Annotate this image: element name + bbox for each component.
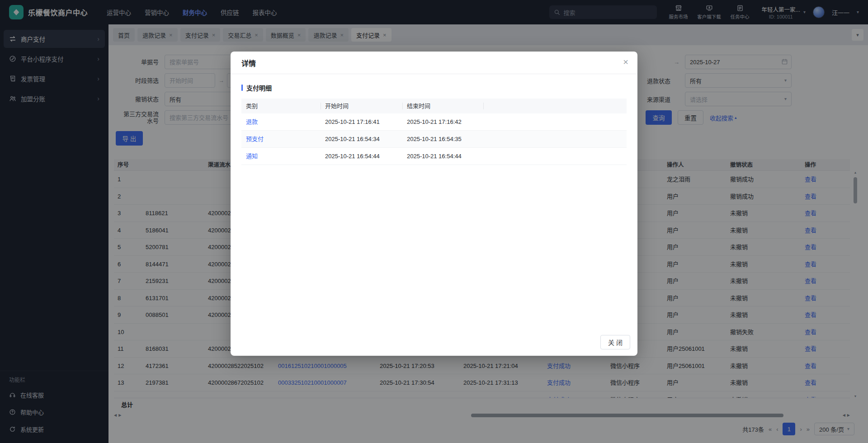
detail-table-header: 类别开始时间结束时间 xyxy=(241,99,627,113)
detail-row: 预支付2025-10-21 16:54:342025-10-21 16:54:3… xyxy=(241,131,627,148)
detail-column-header: 类别 xyxy=(241,99,321,113)
detail-start-time: 2025-10-21 17:16:41 xyxy=(321,113,402,131)
detail-end-time: 2025-10-21 17:16:42 xyxy=(402,113,483,131)
payment-detail-table: 类别开始时间结束时间 退款2025-10-21 17:16:412025-10-… xyxy=(241,99,627,165)
modal-header: 详情 xyxy=(231,52,637,74)
detail-column-header: 开始时间 xyxy=(321,99,402,113)
detail-column-header xyxy=(483,99,627,113)
modal-close-button[interactable]: 关 闭 xyxy=(600,335,630,349)
detail-row: 通知2025-10-21 16:54:442025-10-21 16:54:44 xyxy=(241,148,627,165)
modal-close-icon[interactable]: × xyxy=(623,57,628,66)
payment-detail-section-title: 支付明细 xyxy=(241,83,627,92)
section-accent-bar xyxy=(241,85,243,91)
detail-start-time: 2025-10-21 16:54:34 xyxy=(321,131,402,148)
detail-type-link[interactable]: 退款 xyxy=(241,113,321,131)
section-title-text: 支付明细 xyxy=(246,83,272,92)
detail-type-link[interactable]: 通知 xyxy=(241,148,321,165)
detail-type-link[interactable]: 预支付 xyxy=(241,131,321,148)
detail-row: 退款2025-10-21 17:16:412025-10-21 17:16:42 xyxy=(241,113,627,131)
detail-start-time: 2025-10-21 16:54:44 xyxy=(321,148,402,165)
detail-modal: 详情 × 支付明细 类别开始时间结束时间 退款2025-10-21 17:16:… xyxy=(231,52,637,356)
detail-end-time: 2025-10-21 16:54:44 xyxy=(402,148,483,165)
detail-column-header: 结束时间 xyxy=(402,99,483,113)
detail-end-time: 2025-10-21 16:54:35 xyxy=(402,131,483,148)
detail-table-body: 退款2025-10-21 17:16:412025-10-21 17:16:42… xyxy=(241,113,627,165)
modal-title: 详情 xyxy=(241,57,256,68)
